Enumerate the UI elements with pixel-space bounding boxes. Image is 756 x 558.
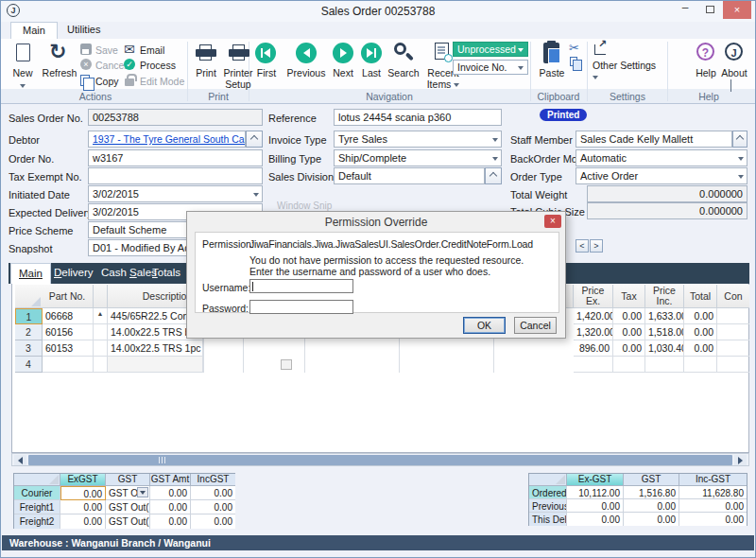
- maximize-button[interactable]: [698, 1, 721, 19]
- cell-total[interactable]: 0.00: [684, 308, 717, 324]
- freight-courier-exgst[interactable]: 0.00: [60, 486, 106, 500]
- totals-row-previous[interactable]: Previous: [529, 499, 567, 513]
- grid-col-total[interactable]: Total: [684, 285, 717, 308]
- invoice-type-select[interactable]: Tyre Sales: [334, 131, 502, 148]
- freight1-incgst[interactable]: 0.00: [191, 500, 235, 514]
- close-button[interactable]: ×: [723, 1, 751, 19]
- cell-total[interactable]: 0.00: [684, 324, 717, 340]
- freight-col-exgst[interactable]: ExGST: [60, 474, 106, 486]
- scroll-right-button[interactable]: [734, 455, 747, 465]
- cell-part-no[interactable]: 60156: [43, 324, 94, 340]
- copy-small-button[interactable]: [570, 57, 585, 70]
- initiated-date-field[interactable]: 3/02/2015: [88, 185, 263, 202]
- totals-col-gst[interactable]: GST: [624, 474, 679, 486]
- freight-col-gst-amt[interactable]: GST Amt: [150, 474, 191, 486]
- other-settings-button[interactable]: Other Settings: [593, 60, 664, 73]
- freight2-incgst[interactable]: 0.00: [191, 514, 235, 529]
- debtor-link[interactable]: 1937 - The Tyre General South Canterbury: [93, 133, 246, 145]
- cell-con[interactable]: [717, 308, 749, 324]
- freight-row-freight2[interactable]: Freight2: [14, 514, 60, 529]
- ribbon-collapse-button[interactable]: [730, 80, 731, 92]
- grid-col-flag[interactable]: [94, 285, 108, 308]
- cell-price-ex[interactable]: 1,320.00: [574, 324, 613, 340]
- freight-courier-gst-amt[interactable]: 0.00: [150, 486, 191, 500]
- cell-tax[interactable]: 0.00: [613, 308, 645, 324]
- process-button[interactable]: ✓ Process: [124, 59, 180, 71]
- freight2-exgst[interactable]: 0.00: [60, 514, 106, 529]
- cell-price-inc[interactable]: 1,633.00: [645, 308, 684, 324]
- search-mode-select[interactable]: Invoice No.: [453, 60, 528, 75]
- cell-price-ex[interactable]: 896.00: [574, 340, 613, 357]
- edit-mode-button[interactable]: Edit Mode: [124, 75, 182, 87]
- first-button[interactable]: First: [250, 41, 283, 88]
- last-button[interactable]: Last: [357, 41, 386, 88]
- cell-total[interactable]: [684, 357, 717, 373]
- username-input[interactable]: [249, 279, 353, 293]
- about-button[interactable]: J About: [719, 41, 749, 88]
- scrollbar-thumb[interactable]: [28, 455, 732, 465]
- order-type-select[interactable]: Active Order: [576, 167, 747, 184]
- ok-button[interactable]: OK: [463, 317, 506, 334]
- freight-col-gst[interactable]: GST: [106, 474, 150, 486]
- freight1-gst-amt[interactable]: 0.00: [150, 500, 191, 514]
- totals-col-incgst[interactable]: Inc-GST: [679, 474, 747, 486]
- email-button[interactable]: ✉ Email: [124, 44, 180, 56]
- cell-con[interactable]: [717, 357, 749, 373]
- freight1-gst[interactable]: GST Out(15%: [106, 500, 150, 514]
- cell-con[interactable]: [717, 324, 749, 340]
- cell-tax[interactable]: 0.00: [613, 340, 645, 357]
- cancel-button[interactable]: Cancel: [514, 317, 557, 334]
- ribbon-tab-main[interactable]: Main: [10, 22, 58, 39]
- sales-division-field[interactable]: Default: [334, 167, 485, 184]
- refresh-button[interactable]: ↻ Refresh: [41, 41, 78, 88]
- freight-row-courier[interactable]: Courier: [14, 486, 60, 500]
- save-button[interactable]: Save: [80, 44, 122, 56]
- row-header[interactable]: 1: [15, 308, 43, 324]
- horizontal-scrollbar[interactable]: [11, 453, 749, 466]
- sales-division-expand-button[interactable]: [485, 167, 502, 184]
- cell-part-no[interactable]: [43, 357, 94, 373]
- freight1-exgst[interactable]: 0.00: [60, 500, 106, 514]
- row-header[interactable]: 2: [15, 324, 43, 340]
- copy-button[interactable]: Copy: [80, 75, 122, 87]
- dialog-close-button[interactable]: ×: [544, 215, 561, 228]
- totals-col-exgst[interactable]: Ex-GST: [567, 474, 624, 486]
- minimize-button[interactable]: –: [674, 1, 696, 19]
- help-button[interactable]: ? Help: [693, 41, 719, 88]
- scroll-left-button[interactable]: [14, 455, 26, 465]
- password-input[interactable]: [249, 300, 353, 314]
- tab-delivery[interactable]: Delivery: [46, 263, 101, 284]
- paste-button[interactable]: Paste: [538, 41, 566, 88]
- gst-dropdown-button[interactable]: [137, 487, 148, 497]
- snapshot-prev-button[interactable]: <: [576, 239, 589, 253]
- grid-corner-header[interactable]: [15, 285, 43, 308]
- grid-col-con[interactable]: Con: [717, 285, 749, 308]
- cell-price-inc[interactable]: [645, 357, 684, 373]
- totals-row-this-del[interactable]: This Del.: [529, 513, 567, 526]
- staff-member-expand-button[interactable]: [732, 131, 747, 148]
- cell-total[interactable]: 0.00: [684, 340, 717, 357]
- order-no-field[interactable]: w3167: [88, 149, 263, 166]
- cell-tax[interactable]: 0.00: [613, 324, 645, 340]
- tab-main[interactable]: Main: [10, 263, 51, 284]
- row-header[interactable]: 4: [15, 357, 43, 373]
- search-button[interactable]: Search: [386, 41, 421, 88]
- grid-col-part-no[interactable]: Part No.: [42, 285, 94, 308]
- cell-part-no[interactable]: 06668: [43, 308, 94, 324]
- freight-courier-incgst[interactable]: 0.00: [191, 486, 235, 500]
- next-button[interactable]: Next: [329, 41, 357, 88]
- cell-con[interactable]: [717, 340, 749, 357]
- cell-description[interactable]: 14.00x22.5 TRS 1pc tr: [108, 340, 203, 357]
- ribbon-tab-utilities[interactable]: Utilities: [56, 22, 112, 39]
- freight-col-incgst[interactable]: IncGST: [191, 474, 235, 486]
- reference-field[interactable]: lotus 24454 scania p360: [334, 109, 502, 126]
- row-checkbox[interactable]: [281, 359, 292, 370]
- freight2-gst-amt[interactable]: 0.00: [150, 514, 191, 529]
- tax-exempt-no-field[interactable]: [88, 167, 263, 184]
- staff-member-field[interactable]: Sales Cade Kelly Mallett: [576, 131, 732, 148]
- cell-price-ex[interactable]: 1,420.00: [574, 308, 613, 324]
- printer-setup-button[interactable]: Printer Setup: [222, 41, 254, 88]
- row-header[interactable]: 3: [15, 340, 43, 357]
- status-filter-select[interactable]: Unprocessed: [453, 42, 528, 57]
- debtor-expand-button[interactable]: [246, 131, 263, 148]
